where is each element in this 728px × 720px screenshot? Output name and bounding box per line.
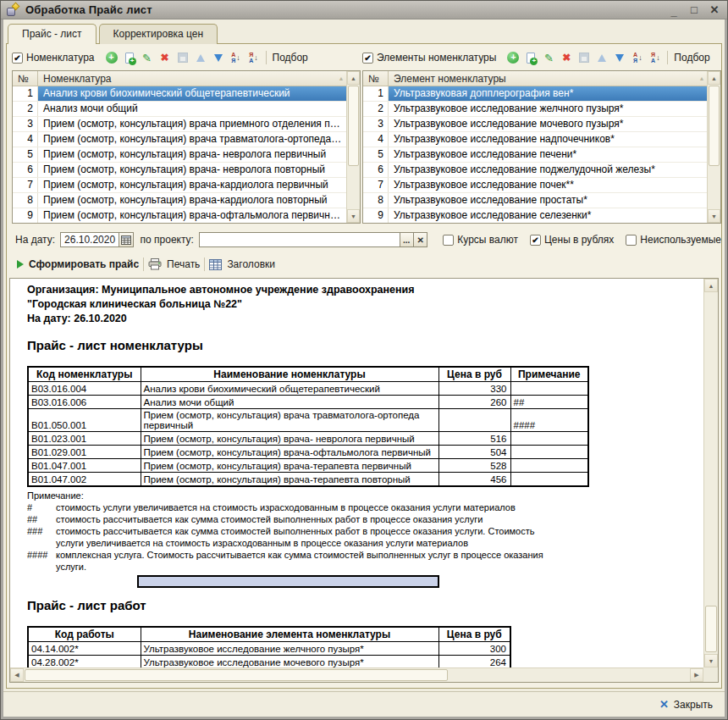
sort-az-icon[interactable]: АЯ↓ (630, 51, 645, 65)
table-cell[interactable]: 516 (438, 432, 510, 446)
table-cell[interactable]: Анализ крови биохимический общетерапевти… (141, 382, 438, 396)
scroll-up-button[interactable]: ▲ (704, 279, 718, 292)
scroll-thumb[interactable] (348, 86, 359, 166)
table-cell[interactable]: Анализ мочи общий (141, 396, 438, 409)
add-icon[interactable]: + (505, 51, 521, 65)
list-item[interactable]: 5Прием (осмотр, консультация) врача- нев… (13, 147, 346, 163)
list-item[interactable]: 7Ультразвуковое исследование почек** (363, 178, 707, 193)
move-up-icon[interactable] (193, 51, 208, 65)
list-item[interactable]: 9Ультразвуковое исследование селезенки* (363, 208, 707, 223)
table-cell[interactable] (510, 459, 588, 473)
close-button[interactable]: ✕ Закрыть (659, 698, 713, 711)
table-cell[interactable]: Прием (осмотр, консультация) врача травм… (141, 409, 438, 432)
edit-icon[interactable]: ✎ (541, 51, 556, 65)
add-icon[interactable]: + (104, 51, 119, 65)
list-item[interactable]: 3Прием (осмотр, консультация) врача прие… (13, 117, 346, 132)
table-cell[interactable]: 300 (438, 641, 510, 655)
report-horizontal-scrollbar[interactable]: ◀ ▶ (10, 667, 703, 682)
list-item[interactable]: 1Анализ крови биохимический общетерапевт… (13, 86, 346, 102)
table-cell[interactable]: B03.016.006 (28, 396, 141, 409)
currency-rates-checkbox[interactable]: Курсы валют (443, 234, 518, 246)
minimize-button[interactable]: _ (666, 3, 681, 17)
nomenclature-elements-checkbox[interactable]: ✔ (362, 53, 373, 64)
column-header[interactable]: Цена в руб (438, 367, 510, 382)
scroll-down-button[interactable]: ▼ (347, 209, 360, 223)
column-header-element[interactable]: Элемент номенклатуры (389, 71, 697, 86)
vertical-scrollbar[interactable]: ▲ ▼ (346, 71, 360, 223)
table-cell[interactable]: #### (510, 409, 588, 432)
column-header-num[interactable]: № (363, 71, 389, 86)
maximize-button[interactable]: □ (687, 3, 702, 17)
scroll-thumb[interactable] (25, 669, 448, 681)
add-copy-icon[interactable]: + (523, 51, 538, 65)
column-header[interactable]: Наименование номенклатуры (141, 367, 438, 382)
table-cell[interactable]: 456 (438, 473, 510, 486)
list-item[interactable]: 8Прием (осмотр, консультация) врача-кард… (13, 193, 346, 208)
scroll-down-button[interactable]: ▼ (708, 209, 720, 223)
sort-az-icon[interactable]: АЯ↓ (229, 51, 244, 65)
column-header-num[interactable]: № (13, 71, 38, 86)
list-item[interactable]: 2Анализ мочи общий (13, 102, 346, 117)
table-cell[interactable]: B01.029.001 (28, 446, 141, 459)
project-select-button[interactable]: ... (400, 232, 414, 247)
list-item[interactable]: 5Ультразвуковое исследование печени* (363, 147, 707, 163)
delete-icon[interactable]: ✖ (559, 51, 574, 65)
list-item[interactable]: 9Прием (осмотр, консультация) врача-офта… (13, 208, 346, 223)
table-cell[interactable]: Прием (осмотр, консультация) врача-терап… (141, 473, 438, 486)
table-cell[interactable]: B01.047.002 (28, 473, 141, 486)
list-item[interactable]: 6Ультразвуковое исследование поджелудочн… (363, 163, 707, 178)
column-header[interactable]: Код номенклатуры (28, 367, 141, 382)
calendar-button[interactable] (119, 232, 133, 247)
table-cell[interactable]: B03.016.004 (28, 382, 141, 396)
tab-price-correction[interactable]: Корректировка цен (99, 24, 218, 44)
table-cell[interactable]: 504 (438, 446, 510, 459)
table-cell[interactable]: B01.047.001 (28, 459, 141, 473)
table-cell[interactable]: Прием (осмотр, консультация) врача- невр… (141, 432, 438, 446)
report-content[interactable]: Организация: Муниципальное автономное уч… (10, 279, 703, 667)
add-copy-icon[interactable]: + (122, 51, 137, 65)
sort-za-icon[interactable]: ЯА↓ (246, 51, 262, 65)
table-cell[interactable]: 260 (438, 396, 510, 409)
vertical-scrollbar[interactable]: ▲ ▼ (707, 71, 720, 223)
table-cell[interactable] (510, 446, 588, 459)
unused-checkbox[interactable]: Неиспользуемые (626, 234, 721, 246)
table-cell[interactable] (510, 473, 588, 486)
move-down-icon[interactable] (211, 51, 226, 65)
scroll-up-button[interactable]: ▲ (347, 71, 360, 85)
move-down-icon[interactable] (612, 51, 627, 65)
list-item[interactable]: 6Прием (осмотр, консультация) врача- нев… (13, 163, 346, 178)
project-input[interactable] (199, 232, 400, 247)
scroll-thumb[interactable] (709, 86, 720, 166)
tab-price-list[interactable]: Прайс - лист (8, 24, 97, 44)
list-item[interactable]: 4Прием (осмотр, консультация) врача трав… (13, 132, 346, 147)
delete-icon[interactable]: ✖ (157, 51, 173, 65)
list-item[interactable]: 4Ультразвуковое исследование надпочечник… (363, 132, 707, 147)
table-cell[interactable]: Прием (осмотр, консультация) врача-офтал… (141, 446, 438, 459)
nomenclature-checkbox[interactable]: ✔ (12, 53, 23, 64)
scroll-right-button[interactable]: ▶ (690, 668, 703, 682)
list-item[interactable]: 2Ультразвуковое исследование желчного пу… (363, 102, 707, 117)
scroll-down-button[interactable]: ▼ (704, 654, 718, 667)
pick-button-right[interactable]: Подбор (672, 52, 711, 64)
table-cell[interactable]: 264 (438, 655, 510, 667)
list-item[interactable]: 8Ультразвуковое исследование простаты* (363, 193, 707, 208)
close-window-button[interactable]: ✕ (707, 3, 722, 17)
scroll-up-button[interactable]: ▲ (708, 71, 720, 85)
title-bar[interactable]: Обработка Прайс лист _ □ ✕ (1, 1, 727, 19)
table-cell[interactable]: Ультразвуковое исследование мочевого пуз… (141, 655, 438, 667)
table-cell[interactable] (438, 409, 510, 432)
table-cell[interactable]: B01.050.001 (28, 409, 141, 432)
column-header[interactable]: Цена в руб (438, 627, 510, 642)
prices-in-rubles-checkbox[interactable]: ✔Цены в рублях (530, 234, 614, 246)
table-cell[interactable]: Ультразвуковое исследование желчного пуз… (141, 641, 438, 655)
scroll-thumb[interactable] (705, 606, 717, 652)
move-up-icon[interactable] (594, 51, 609, 65)
scroll-left-button[interactable]: ◀ (10, 668, 24, 682)
list-item[interactable]: 3Ультразвуковое исследование мочевого пу… (363, 117, 707, 132)
print-button[interactable]: Печать (148, 258, 200, 270)
list-item[interactable]: 7Прием (осмотр, консультация) врача-кард… (13, 178, 346, 193)
column-header-name[interactable]: Номенклатура (38, 71, 336, 86)
table-cell[interactable] (510, 432, 588, 446)
selected-cell[interactable] (137, 575, 439, 588)
table-cell[interactable]: 04.14.002* (28, 641, 141, 655)
